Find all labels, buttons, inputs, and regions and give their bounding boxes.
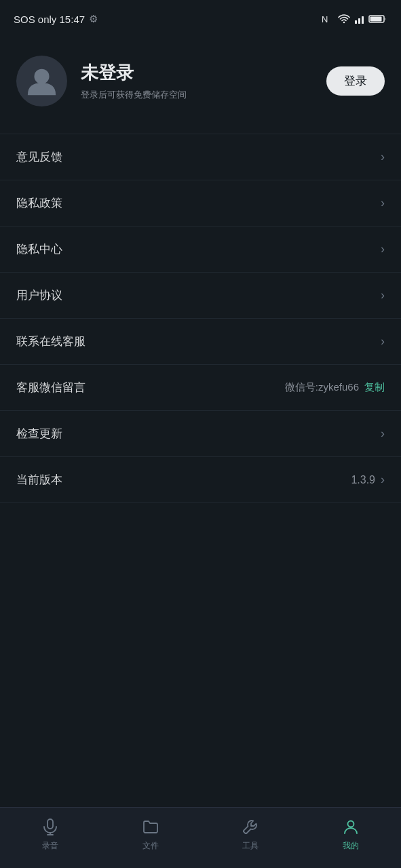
menu-item-label: 意见反馈	[16, 149, 62, 165]
menu-item-wechat-message: 客服微信留言 微信号:zykefu66 复制	[0, 364, 401, 410]
wechat-id: 微信号:zykefu66	[285, 381, 359, 394]
svg-rect-5	[370, 17, 382, 22]
menu-item-right: ›	[381, 150, 385, 164]
status-bar: SOS only 15:47 ⚙ N	[0, 0, 401, 35]
profile-info: 未登录 登录后可获得免费储存空间	[81, 61, 313, 101]
bottom-nav: 录音 文件 工具 我的	[0, 807, 401, 868]
chevron-icon: ›	[381, 196, 385, 210]
menu-item-version[interactable]: 当前版本 1.3.9 ›	[0, 456, 401, 503]
chevron-icon: ›	[381, 334, 385, 349]
version-number: 1.3.9	[351, 474, 375, 486]
profile-name: 未登录	[81, 61, 313, 85]
svg-point-6	[35, 69, 50, 84]
menu-item-check-update[interactable]: 检查更新 ›	[0, 410, 401, 456]
signal-icon	[354, 14, 365, 24]
avatar	[16, 56, 67, 106]
wifi-icon	[337, 14, 351, 24]
menu-item-right: 1.3.9 ›	[351, 473, 385, 487]
chevron-icon: ›	[381, 242, 385, 256]
svg-rect-2	[358, 18, 360, 24]
menu-item-label: 客服微信留言	[16, 380, 85, 395]
person-icon	[341, 817, 360, 836]
svg-rect-3	[362, 16, 364, 24]
nfc-icon: N	[322, 14, 334, 24]
menu-item-user-agreement[interactable]: 用户协议 ›	[0, 272, 401, 318]
nav-label-files: 文件	[142, 840, 159, 852]
menu-item-label: 隐私中心	[16, 241, 62, 257]
chevron-icon: ›	[381, 427, 385, 441]
nav-item-files[interactable]: 文件	[100, 817, 201, 852]
chevron-icon: ›	[381, 473, 385, 487]
status-right: N	[322, 14, 387, 24]
mic-icon	[41, 817, 60, 836]
login-button[interactable]: 登录	[326, 66, 385, 96]
chevron-icon: ›	[381, 150, 385, 164]
menu-item-label: 用户协议	[16, 288, 62, 303]
menu-list: 意见反馈 › 隐私政策 › 隐私中心 › 用户协议 › 联系在线客服 › 客服微…	[0, 134, 401, 503]
menu-item-online-support[interactable]: 联系在线客服 ›	[0, 318, 401, 364]
chevron-icon: ›	[381, 288, 385, 302]
nav-label-tools: 工具	[242, 840, 259, 852]
avatar-person-icon	[23, 62, 60, 100]
nav-label-record: 录音	[42, 840, 58, 852]
menu-item-label: 检查更新	[16, 426, 62, 441]
menu-item-right: ›	[381, 334, 385, 349]
battery-icon	[368, 14, 387, 24]
status-left: SOS only 15:47 ⚙	[14, 13, 98, 25]
menu-item-privacy-policy[interactable]: 隐私政策 ›	[0, 180, 401, 226]
tools-icon	[241, 817, 260, 836]
settings-icon: ⚙	[89, 13, 98, 25]
menu-item-label: 联系在线客服	[16, 334, 85, 349]
status-text: SOS only 15:47	[14, 14, 85, 25]
menu-item-right: 微信号:zykefu66 复制	[285, 381, 385, 394]
profile-section: 未登录 登录后可获得免费储存空间 登录	[0, 35, 401, 127]
svg-text:N: N	[322, 14, 328, 24]
svg-point-10	[348, 821, 354, 827]
menu-item-right: ›	[381, 288, 385, 302]
menu-item-right: ›	[381, 242, 385, 256]
menu-item-right: ›	[381, 427, 385, 441]
menu-item-label: 隐私政策	[16, 195, 62, 211]
nav-item-tools[interactable]: 工具	[201, 817, 301, 852]
menu-item-feedback[interactable]: 意见反馈 ›	[0, 134, 401, 180]
svg-rect-1	[355, 20, 357, 24]
nav-label-mine: 我的	[343, 840, 359, 852]
menu-item-right: ›	[381, 196, 385, 210]
folder-icon	[141, 817, 160, 836]
menu-item-label: 当前版本	[16, 472, 62, 488]
profile-subtitle: 登录后可获得免费储存空间	[81, 89, 313, 101]
nav-item-mine[interactable]: 我的	[301, 817, 401, 852]
nav-item-record[interactable]: 录音	[0, 817, 100, 852]
svg-rect-7	[47, 819, 53, 829]
copy-button[interactable]: 复制	[364, 381, 385, 394]
menu-item-privacy-center[interactable]: 隐私中心 ›	[0, 226, 401, 272]
